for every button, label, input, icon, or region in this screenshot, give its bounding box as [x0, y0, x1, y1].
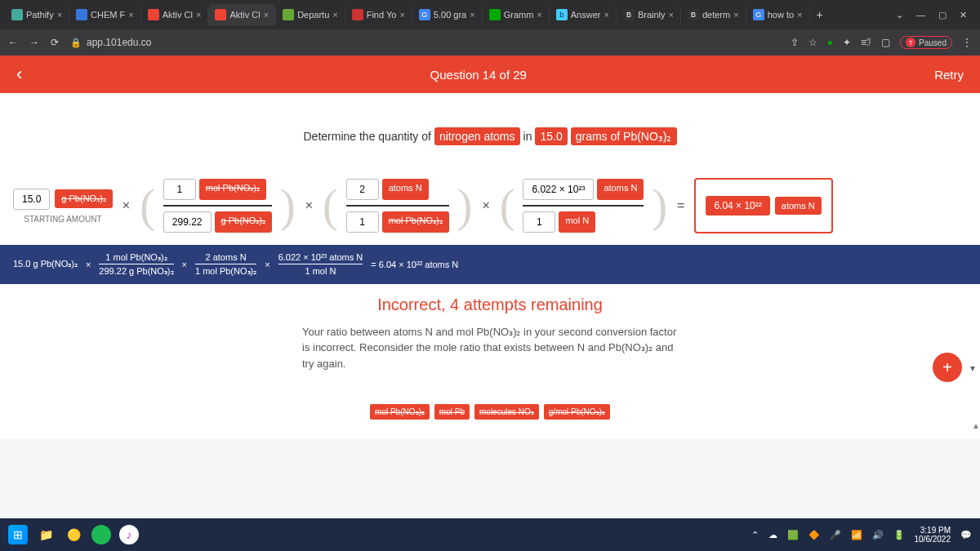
reload-icon[interactable]: ⟳ — [51, 37, 59, 48]
start-menu-icon[interactable]: ⊞ — [8, 525, 28, 544]
f2-num-unit[interactable]: atoms N — [382, 179, 429, 200]
fraction-2: 2atoms N 1mol Pb(NO₃)₂ — [346, 179, 449, 233]
tab-9[interactable]: BBrainly× — [617, 4, 681, 25]
unit-tile[interactable]: mol Pb — [434, 404, 470, 420]
f3-num-value[interactable]: 6.022 × 10²³ — [523, 179, 594, 200]
retry-button[interactable]: Retry — [934, 68, 964, 82]
reading-list-icon[interactable]: ≡ℐ — [861, 37, 871, 48]
tab-2[interactable]: Aktiv Cl× — [141, 4, 209, 25]
file-explorer-icon[interactable]: 📁 — [36, 525, 56, 544]
battery-icon[interactable]: 🔋 — [893, 530, 905, 540]
unknown-tray-icon[interactable]: 🔶 — [808, 530, 820, 540]
tab-3[interactable]: Aktiv Cl× — [208, 4, 276, 25]
browser-tab-strip: Pathify× CHEM F× Aktiv Cl× Aktiv Cl× Dep… — [0, 0, 980, 29]
prompt-chip-substance: grams of Pb(NO₃)₂ — [571, 127, 677, 145]
wifi-icon[interactable]: 📶 — [851, 530, 862, 540]
f2-den-unit[interactable]: mol Pb(NO₃)₂ — [382, 211, 449, 233]
spotify-icon[interactable] — [91, 525, 111, 544]
f1-den-value[interactable]: 299.22 — [163, 211, 212, 233]
close-icon[interactable]: × — [57, 10, 62, 20]
system-clock[interactable]: 3:19 PM 10/6/2022 — [915, 526, 951, 544]
times-icon: × — [304, 198, 314, 213]
feedback-text: Your ratio between atoms N and mol Pb(NO… — [302, 324, 678, 372]
start-unit[interactable]: g Pb(NO₃)₂ — [55, 189, 112, 208]
tab-8[interactable]: bAnswer× — [550, 4, 617, 25]
forward-icon[interactable]: → — [29, 37, 39, 48]
profile-paused-badge[interactable]: Paused — [900, 36, 952, 49]
tab-1[interactable]: CHEM F× — [69, 4, 141, 25]
url-text: app.101edu.co — [87, 37, 151, 48]
prompt-chip-target: nitrogen atoms — [434, 127, 520, 145]
windows-taskbar: ⊞ 📁 🟡 ♪ ⌃ ☁ 🟩 🔶 🎤 📶 🔊 🔋 3:19 PM 10/6/202… — [0, 518, 980, 551]
close-icon[interactable]: × — [669, 10, 674, 20]
eq-result: = 6.04 × 10²² atoms N — [371, 260, 458, 269]
unit-tile[interactable]: mol Pb(NO₃)₂ — [370, 404, 430, 420]
unit-tile[interactable]: g/mol Pb(NO₃)₂ — [544, 404, 610, 420]
menu-icon[interactable]: ⋮ — [962, 37, 972, 48]
scroll-up-icon[interactable]: ▴ — [973, 420, 978, 431]
volume-icon[interactable]: 🔊 — [872, 530, 884, 540]
back-icon[interactable]: ← — [8, 37, 18, 48]
tab-11[interactable]: Ghow to× — [746, 4, 810, 25]
content-area: Determine the quantity of nitrogen atoms… — [0, 93, 980, 439]
new-tab-button[interactable]: + — [810, 5, 830, 24]
f2-den-value[interactable]: 1 — [346, 211, 379, 233]
tab-5[interactable]: Find Yo× — [345, 4, 412, 25]
extension-icon[interactable]: ✦ — [843, 37, 851, 48]
close-icon[interactable]: × — [733, 10, 738, 20]
f1-den-unit[interactable]: g Pb(NO₃)₂ — [215, 211, 272, 233]
fraction-1: 1mol Pb(NO₃)₂ 299.22g Pb(NO₃)₂ — [163, 179, 272, 233]
url-field[interactable]: 🔒 app.101edu.co — [70, 37, 779, 48]
dropdown-caret-icon[interactable]: ▾ — [970, 362, 975, 374]
tray-chevron-icon[interactable]: ⌃ — [751, 530, 759, 540]
question-counter: Question 14 of 29 — [22, 68, 934, 82]
address-bar: ← → ⟳ 🔒 app.101edu.co ⇪ ☆ ● ✦ ≡ℐ ▢ Pause… — [0, 29, 980, 56]
grammarly-icon[interactable]: ● — [827, 37, 833, 48]
eq-lead: 15.0 g Pb(NO₃)₂ — [13, 259, 78, 269]
f1-num-unit[interactable]: mol Pb(NO₃)₂ — [199, 179, 266, 200]
mic-icon[interactable]: 🎤 — [830, 530, 841, 540]
answer-unit: atoms N — [775, 197, 822, 215]
times-icon: × — [121, 198, 131, 213]
close-icon[interactable]: × — [128, 10, 133, 20]
f2-num-value[interactable]: 2 — [346, 179, 379, 200]
feedback-panel: Incorrect, 4 attempts remaining Your rat… — [0, 284, 980, 384]
close-icon[interactable]: × — [264, 10, 269, 20]
tab-10[interactable]: Bdeterm× — [681, 4, 746, 25]
close-icon[interactable]: × — [537, 10, 541, 20]
f3-num-unit[interactable]: atoms N — [597, 179, 644, 200]
tab-overview-icon[interactable]: ▢ — [881, 37, 890, 48]
close-icon[interactable]: × — [196, 10, 201, 20]
tab-4[interactable]: Departu× — [276, 4, 345, 25]
close-icon[interactable]: × — [604, 10, 608, 20]
chevron-down-icon[interactable]: ⌄ — [896, 10, 903, 20]
minimize-icon[interactable]: — — [916, 10, 925, 20]
tab-6[interactable]: G5.00 gra× — [412, 4, 483, 25]
itunes-icon[interactable]: ♪ — [119, 525, 139, 544]
close-window-icon[interactable]: ✕ — [960, 10, 967, 20]
feedback-title: Incorrect, 4 attempts remaining — [0, 295, 980, 314]
close-icon[interactable]: × — [399, 10, 404, 20]
f1-num-value[interactable]: 1 — [163, 179, 196, 200]
star-icon[interactable]: ☆ — [808, 37, 817, 48]
notifications-icon[interactable]: 💬 — [960, 530, 972, 540]
shield-icon[interactable]: 🟩 — [787, 530, 799, 540]
f3-den-value[interactable]: 1 — [523, 211, 555, 233]
close-icon[interactable]: × — [470, 10, 474, 20]
equation-summary-bar: 15.0 g Pb(NO₃)₂ × 1 mol Pb(NO₃)₂299.22 g… — [0, 245, 980, 284]
onedrive-icon[interactable]: ☁ — [768, 530, 777, 540]
back-chevron-icon[interactable]: ‹ — [16, 64, 22, 85]
maximize-icon[interactable]: ▢ — [938, 10, 947, 20]
close-icon[interactable]: × — [332, 10, 337, 20]
share-icon[interactable]: ⇪ — [791, 37, 799, 48]
chrome-icon[interactable]: 🟡 — [64, 525, 83, 544]
start-value[interactable]: 15.0 — [13, 189, 50, 210]
add-step-button[interactable]: + — [933, 353, 962, 382]
tab-7[interactable]: Gramm× — [483, 4, 550, 25]
tab-0[interactable]: Pathify× — [5, 4, 69, 25]
f3-den-unit[interactable]: mol N — [559, 211, 595, 233]
unit-tile[interactable]: molecules NO₃ — [474, 404, 539, 420]
dimensional-analysis-row: 15.0 g Pb(NO₃)₂ STARTING AMOUNT × ( 1mol… — [0, 178, 980, 233]
paren-close-icon: ) — [457, 180, 473, 232]
close-icon[interactable]: × — [797, 10, 802, 20]
